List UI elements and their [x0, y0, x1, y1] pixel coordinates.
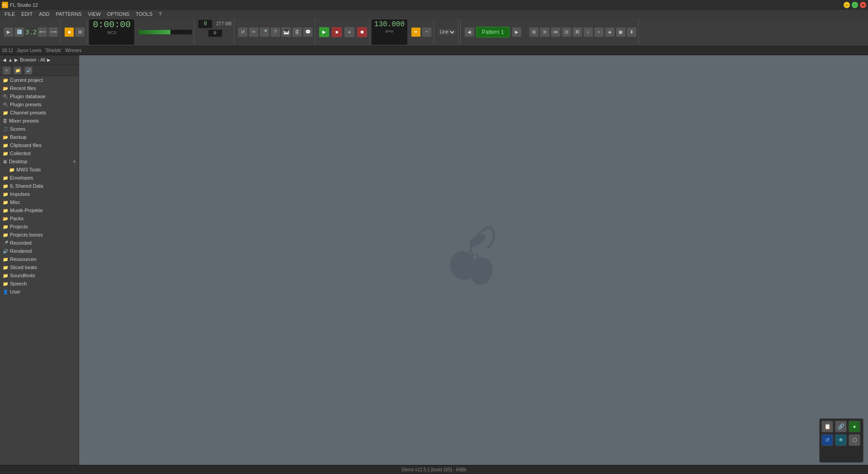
select-btn[interactable]: ◈	[605, 27, 615, 37]
sidebar-label-packs: Packs	[10, 216, 24, 221]
sidebar-icon-projects: 📁	[3, 224, 8, 229]
sidebar-item-soundfonts[interactable]: 📁Soundfonts	[0, 271, 79, 280]
knob-btn[interactable]: ⌘	[572, 27, 582, 37]
eq-btn[interactable]: ≋	[540, 27, 550, 37]
menu-item-options[interactable]: OPTIONS	[104, 11, 132, 17]
piano-small-btn[interactable]: ♩	[583, 27, 593, 37]
corner-icon-4[interactable]: ↺	[821, 434, 833, 446]
sidebar-item-user[interactable]: 👤User	[0, 288, 79, 296]
sidebar-icon-clipboard-files: 📁	[3, 143, 8, 148]
svg-line-4	[476, 254, 479, 258]
mic-btn[interactable]: 🎤	[259, 27, 269, 37]
corner-icon-6[interactable]: ⬡	[849, 434, 860, 446]
sidebar-item-mw3-tools[interactable]: 📁MW3 Tools	[0, 166, 79, 174]
sidebar-icon-envelopes: 📁	[3, 175, 8, 180]
volume-bar[interactable]	[138, 29, 192, 35]
sidebar-item-plugin-presets[interactable]: 🔌Plugin presets	[0, 100, 79, 109]
sidebar-item-channel-presets[interactable]: 📁Channel presets	[0, 109, 79, 117]
sidebar-item-impulses[interactable]: 📁Impulses	[0, 190, 79, 198]
paint-mode-btn[interactable]: ~	[422, 27, 432, 37]
draw-mode-btn[interactable]: ✏	[411, 27, 421, 37]
sidebar-item-ressourcen[interactable]: 📁Ressourcen	[0, 255, 79, 263]
grid-btn[interactable]: ⊞	[529, 27, 539, 37]
sidebar-item-packs[interactable]: 📂Packs	[0, 214, 79, 223]
maximize-button[interactable]: □	[852, 2, 858, 8]
toolbar-cursor-btn[interactable]: ⊞	[75, 27, 85, 37]
nav-back-btn[interactable]: ◀	[3, 57, 6, 62]
toolbar-mode-btn[interactable]: ■	[64, 27, 74, 37]
menu-item-?[interactable]: ?	[156, 11, 164, 17]
sidebar-item-clipboard-files[interactable]: 📁Clipboard files	[0, 141, 79, 149]
nav-fwd-btn[interactable]: ▶	[14, 57, 18, 62]
sidebar-icon-collected: 📁	[3, 151, 8, 156]
sidebar-item-speech[interactable]: 📁Speech	[0, 280, 79, 288]
sidebar-item-envelopes[interactable]: 📁Envelopes	[0, 174, 79, 182]
wave-btn[interactable]: ≈	[594, 27, 604, 37]
sidebar-item-recorded[interactable]: 🎤Recorded	[0, 239, 79, 247]
bpm-value[interactable]: 130.000	[374, 20, 405, 28]
toolbar-btn-3[interactable]: ⟵	[38, 27, 47, 37]
browser-speaker-btn[interactable]: 🔊	[24, 66, 33, 75]
cut-btn[interactable]: ✂	[249, 27, 259, 37]
sidebar-item-collected[interactable]: 📁Collected	[0, 149, 79, 157]
corner-icon-2[interactable]: 🔗	[835, 421, 847, 432]
sidebar-item-current-project[interactable]: 📁Current project	[0, 76, 79, 84]
toolbar-btn-1[interactable]: ▶	[4, 27, 14, 37]
sidebar-item-rendered[interactable]: 🔊Rendered	[0, 247, 79, 255]
menu-item-file[interactable]: FILE	[2, 11, 18, 17]
corner-icon-3[interactable]: ●	[849, 421, 860, 432]
piano-btn[interactable]: 🎹	[281, 27, 291, 37]
sidebar-item-desktop[interactable]: 🖥Desktop▾	[0, 157, 79, 166]
menu-item-edit[interactable]: EDIT	[19, 11, 35, 17]
help-btn[interactable]: ?	[270, 27, 280, 37]
chat-btn[interactable]: 💬	[303, 27, 313, 37]
sidebar-item-plugin-database[interactable]: 🔌Plugin database	[0, 92, 79, 100]
browser-add-btn[interactable]: +	[3, 66, 11, 75]
close-button[interactable]: ✕	[860, 2, 866, 8]
export-btn[interactable]: ⬇	[627, 27, 637, 37]
window-controls: ─ □ ✕	[844, 2, 866, 8]
browser-expand-btn[interactable]: ▶	[47, 57, 51, 62]
menu-item-tools[interactable]: TOOLS	[133, 11, 155, 17]
record-button[interactable]: ⏺	[357, 27, 368, 38]
corner-icons: 📋 🔗 ● ↺ 👁 ⬡	[819, 418, 863, 463]
toolbar-btn-2[interactable]: 🔢	[14, 27, 24, 37]
browser-folder-btn[interactable]: 📁	[14, 66, 22, 75]
sidebar-label-ressourcen: Ressourcen	[10, 256, 37, 262]
loop-btn[interactable]: ↺	[238, 27, 248, 37]
sidebar-item-musik-projekte[interactable]: 📁Musik-Projekte	[0, 206, 79, 214]
menu-item-view[interactable]: VIEW	[85, 11, 104, 17]
mute-btn[interactable]: ▣	[616, 27, 626, 37]
sidebar-icon-mixer-presets: 🎛	[3, 118, 7, 123]
nav-up-btn[interactable]: ▲	[8, 57, 13, 62]
merge-btn[interactable]: ⋈	[551, 27, 561, 37]
stop-button[interactable]: ■	[331, 27, 342, 38]
pattern-block[interactable]: Pattern 1	[476, 27, 510, 38]
sidebar-item-scores[interactable]: 🎵Scores	[0, 125, 79, 133]
pattern-next-btn[interactable]: ▶	[512, 27, 522, 37]
sidebar-item-sliced-beats[interactable]: 📁Sliced beats	[0, 263, 79, 271]
toolbar-btn-4[interactable]: ⟶	[48, 27, 58, 37]
corner-icon-5[interactable]: 👁	[835, 434, 847, 446]
sidebar-item-projects-bones[interactable]: 📁Projects bones	[0, 231, 79, 239]
sidebar-item-il-shared-data[interactable]: 📁IL Shared Data	[0, 182, 79, 190]
minimize-button[interactable]: ─	[844, 2, 850, 8]
sidebar-item-misc[interactable]: 📁Misc	[0, 198, 79, 206]
sidebar-icon-scores: 🎵	[3, 127, 8, 132]
sidebar-icon-recent-files: 📂	[3, 86, 8, 91]
channel-btn[interactable]: ⊟	[561, 27, 571, 37]
sidebar-item-projects[interactable]: 📁Projects	[0, 223, 79, 231]
line-mode-select[interactable]: Line	[438, 28, 456, 36]
menu-item-add[interactable]: ADD	[36, 11, 52, 17]
play-button[interactable]: ▶	[319, 27, 330, 38]
menu-item-patterns[interactable]: PATTERNS	[53, 11, 85, 17]
corner-icon-1[interactable]: 📋	[821, 421, 833, 432]
sidebar-icon-user: 👤	[3, 289, 8, 294]
pattern-prev-btn[interactable]: ◀	[464, 27, 474, 37]
sidebar-label-speech: Speech	[10, 281, 27, 286]
sidebar-item-mixer-presets[interactable]: 🎛Mixer presets	[0, 117, 79, 125]
sidebar-item-recent-files[interactable]: 📂Recent files	[0, 84, 79, 92]
mixer-btn[interactable]: 🎛	[292, 27, 302, 37]
loop-button[interactable]: ●	[344, 27, 355, 38]
sidebar-item-backup[interactable]: 📂Backup	[0, 133, 79, 141]
